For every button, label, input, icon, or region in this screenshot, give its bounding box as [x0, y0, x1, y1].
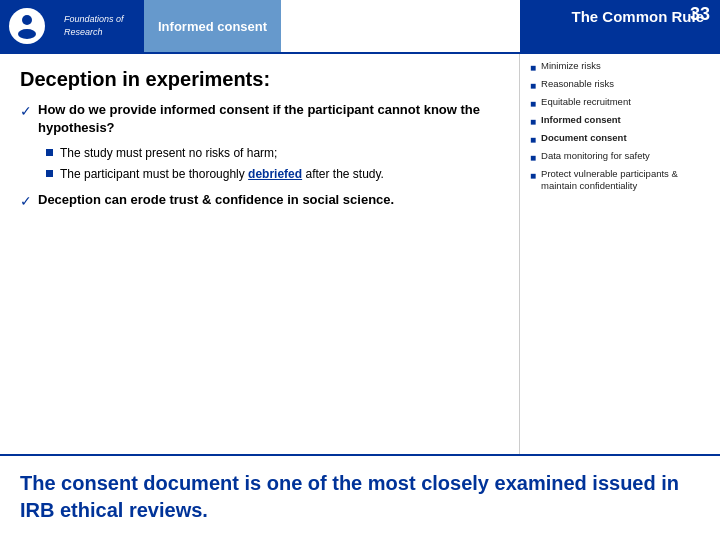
- sidebar-label-minimize-risks: Minimize risks: [541, 60, 601, 72]
- sidebar-label-reasonable-risks: Reasonable risks: [541, 78, 614, 90]
- sidebar-bullet-2: ■: [530, 79, 536, 92]
- page-number: 33: [690, 4, 710, 25]
- sub-bullet-text-2: The participant must be thoroughly debri…: [60, 166, 384, 183]
- main-content: Deception in experiments: ✓ How do we pr…: [0, 54, 520, 227]
- header-logo: [0, 0, 54, 52]
- sidebar-item-informed-consent: ■ Informed consent: [530, 114, 710, 128]
- check-item-1: ✓ How do we provide informed consent if …: [20, 101, 500, 137]
- bottom-statement: The consent document is one of the most …: [0, 454, 720, 530]
- common-rule-title: The Common Rule: [571, 8, 704, 26]
- sidebar-item-reasonable-risks: ■ Reasonable risks: [530, 78, 710, 92]
- sidebar-label-informed-consent: Informed consent: [541, 114, 621, 126]
- header-subtitle: Informed consent: [144, 0, 281, 52]
- sidebar-label-data-monitoring: Data monitoring for safety: [541, 150, 650, 162]
- sidebar-bullet-5: ■: [530, 133, 536, 146]
- sub-bullet-square-2: [46, 170, 53, 177]
- header-subtitle-text: Informed consent: [158, 19, 267, 34]
- svg-point-1: [18, 29, 36, 39]
- sub-bullet-text-1: The study must present no risks of harm;: [60, 145, 277, 162]
- sidebar-label-document-consent: Document consent: [541, 132, 627, 144]
- svg-point-0: [22, 15, 32, 25]
- sidebar-bullet-3: ■: [530, 97, 536, 110]
- header-spacer: [281, 0, 520, 52]
- sidebar-item-data-monitoring: ■ Data monitoring for safety: [530, 150, 710, 164]
- checkmark-2: ✓: [20, 193, 32, 209]
- sub-bullets-1: The study must present no risks of harm;…: [46, 145, 500, 183]
- sidebar-label-equitable-recruitment: Equitable recruitment: [541, 96, 631, 108]
- check-item-2: ✓ Deception can erode trust & confidence…: [20, 191, 500, 209]
- sidebar-item-minimize-risks: ■ Minimize risks: [530, 60, 710, 74]
- sidebar: ■ Minimize risks ■ Reasonable risks ■ Eq…: [520, 54, 720, 203]
- debriefed-text: debriefed: [248, 167, 302, 181]
- sidebar-item-document-consent: ■ Document consent: [530, 132, 710, 146]
- app-title-line1: Foundations of: [64, 13, 134, 26]
- sub-bullet-square-1: [46, 149, 53, 156]
- sidebar-item-equitable-recruitment: ■ Equitable recruitment: [530, 96, 710, 110]
- sidebar-bullet-7: ■: [530, 169, 536, 182]
- sidebar-label-protect-vulnerable: Protect vulnerable participants & mainta…: [541, 168, 710, 193]
- check-text-2: Deception can erode trust & confidence i…: [38, 191, 394, 209]
- header-right: 33 The Common Rule: [520, 0, 720, 52]
- sidebar-item-protect-vulnerable: ■ Protect vulnerable participants & main…: [530, 168, 710, 193]
- logo-icon: [9, 8, 45, 44]
- sub-bullet-item-1: The study must present no risks of harm;: [46, 145, 500, 162]
- check-text-1: How do we provide informed consent if th…: [38, 101, 500, 137]
- app-title: Foundations of Research: [54, 0, 144, 52]
- bottom-text: The consent document is one of the most …: [20, 470, 700, 524]
- checkmark-1: ✓: [20, 103, 32, 119]
- sidebar-bullet-1: ■: [530, 61, 536, 74]
- sidebar-bullet-4: ■: [530, 115, 536, 128]
- sub-bullet-item-2: The participant must be thoroughly debri…: [46, 166, 500, 183]
- header: Foundations of Research Informed consent…: [0, 0, 720, 54]
- app-title-line2: Research: [64, 26, 134, 39]
- sidebar-bullet-6: ■: [530, 151, 536, 164]
- section-title: Deception in experiments:: [20, 68, 500, 91]
